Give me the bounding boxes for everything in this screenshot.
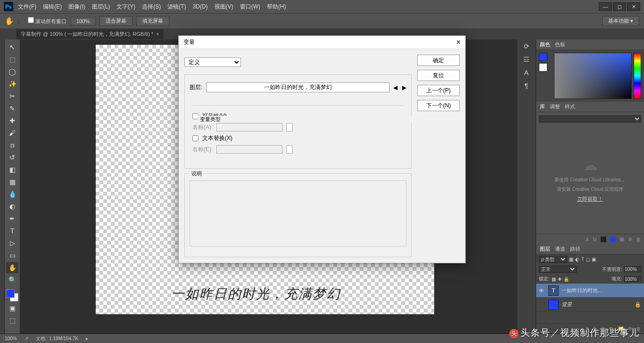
library-select[interactable]	[539, 115, 641, 122]
history-icon[interactable]: ⟳	[524, 42, 529, 50]
adjustments-tab[interactable]: 调整	[550, 103, 560, 110]
minimize-button[interactable]: —	[599, 2, 612, 11]
hand-tool[interactable]: ✋	[6, 262, 18, 273]
fg-swatch[interactable]	[539, 53, 547, 61]
next-button[interactable]: 下一个(N)	[417, 100, 460, 111]
status-zoom[interactable]: 100%	[5, 336, 17, 341]
get-now-link[interactable]: 立即获取！	[577, 196, 603, 203]
fill-screen-button[interactable]: 填充屏幕	[136, 16, 169, 26]
swatches-tab[interactable]: 色板	[555, 41, 565, 48]
definition-select[interactable]: 定义	[184, 57, 241, 67]
layer-filter-kind[interactable]: ρ 类型	[539, 256, 567, 263]
lib-sw-1[interactable]	[601, 237, 606, 242]
shape-tool[interactable]: ▭	[6, 250, 18, 261]
lock-all-icon[interactable]: 🔒	[563, 277, 569, 282]
scroll-all-checkbox[interactable]: 滚动所有窗口	[28, 17, 66, 25]
menu-image[interactable]: 图像(I)	[68, 3, 85, 11]
menu-window[interactable]: 窗口(W)	[240, 3, 260, 11]
channels-tab[interactable]: 通道	[555, 245, 565, 253]
color-tab[interactable]: 颜色	[540, 41, 550, 48]
stepper-e[interactable]	[286, 145, 293, 154]
stepper-a[interactable]	[286, 123, 293, 131]
prev-button[interactable]: 上一个(P)	[417, 85, 460, 96]
dodge-tool[interactable]: ◐	[6, 201, 18, 212]
document-tab[interactable]: 字幕制作 @ 100% ( 一如昨日的时光，充满梦幻, RGB/8) * ×	[16, 29, 164, 39]
menu-type[interactable]: 文字(Y)	[116, 3, 135, 11]
menu-file[interactable]: 文件(F)	[18, 3, 36, 11]
lib-icon-3[interactable]: ▦	[619, 236, 624, 242]
blur-tool[interactable]: 💧	[6, 188, 18, 200]
screenmode-tool[interactable]: ⬚	[6, 315, 18, 326]
color-swatch[interactable]	[6, 289, 18, 302]
healing-tool[interactable]: ✚	[6, 115, 18, 126]
bg-swatch[interactable]	[539, 63, 547, 72]
gradient-tool[interactable]: ▦	[6, 176, 18, 188]
menu-edit[interactable]: 编辑(E)	[43, 3, 62, 11]
filter-image-icon[interactable]: ▦	[569, 257, 573, 262]
lib-icon-2[interactable]: fx	[593, 237, 597, 242]
name-a-input[interactable]	[216, 123, 282, 131]
pen-tool[interactable]: ✒	[6, 213, 18, 224]
lasso-tool[interactable]: ◯	[6, 66, 18, 77]
fill-input[interactable]	[624, 276, 641, 282]
status-arrow-icon[interactable]: ▸	[86, 336, 88, 341]
layer-name[interactable]: 一如昨日的时光...	[561, 287, 641, 294]
filter-adjust-icon[interactable]: ◐	[575, 257, 579, 262]
properties-icon[interactable]: ☲	[523, 56, 529, 63]
layer-name[interactable]: 背景	[561, 301, 632, 308]
character-icon[interactable]: A	[524, 69, 528, 76]
text-replace-checkbox[interactable]	[192, 135, 198, 141]
crop-tool[interactable]: ✂	[6, 90, 18, 102]
layer-item[interactable]: 👁 T 一如昨日的时光...	[536, 284, 644, 298]
move-tool[interactable]: ↖	[6, 41, 18, 53]
dialog-close-icon[interactable]: ×	[456, 38, 461, 47]
brush-tool[interactable]: 🖌	[6, 127, 18, 139]
lib-trash-icon[interactable]: 🗑	[636, 237, 641, 242]
eyedropper-tool[interactable]: ✎	[6, 103, 18, 114]
color-picker-field[interactable]	[554, 53, 632, 99]
foreground-color[interactable]	[6, 289, 15, 298]
stamp-tool[interactable]: ⧈	[6, 139, 18, 151]
status-docsize[interactable]: 文档 : 1.19M/154.7K	[36, 335, 79, 342]
menu-layer[interactable]: 图层(L)	[92, 3, 110, 11]
paragraph-icon[interactable]: ¶	[525, 82, 528, 90]
type-tool[interactable]: T	[6, 225, 18, 237]
menu-help[interactable]: 帮助(H)	[267, 3, 286, 11]
fit-screen-button[interactable]: 适合屏幕	[99, 16, 132, 26]
filter-type-icon[interactable]: T	[581, 257, 584, 262]
layer-item[interactable]: 背景 🔒	[536, 298, 644, 312]
paths-tab[interactable]: 路径	[570, 245, 580, 253]
visibility-toggle[interactable]: 👁	[539, 288, 545, 294]
menu-filter[interactable]: 滤镜(T)	[167, 3, 186, 11]
library-tab[interactable]: 库	[540, 103, 545, 110]
filter-smart-icon[interactable]: ▣	[592, 257, 596, 262]
wand-tool[interactable]: ✨	[6, 78, 18, 90]
maximize-button[interactable]: ◻	[613, 2, 626, 11]
export-icon[interactable]: ↗	[25, 336, 28, 341]
close-button[interactable]: ✕	[627, 2, 640, 11]
zoom-button[interactable]: 100%	[70, 17, 96, 25]
hue-slider[interactable]	[634, 53, 641, 99]
opacity-input[interactable]	[624, 266, 641, 272]
menu-3d[interactable]: 3D(D)	[193, 3, 208, 10]
next-layer-icon[interactable]: ▶	[402, 84, 406, 91]
filter-shape-icon[interactable]: ◻	[586, 257, 590, 262]
workspace-button[interactable]: 基本功能 ▾	[602, 16, 639, 26]
reset-button[interactable]: 复位	[417, 70, 460, 81]
layer-select[interactable]: 一如昨日的时光，充满梦幻	[206, 82, 389, 92]
menu-select[interactable]: 选择(S)	[142, 3, 161, 11]
history-brush-tool[interactable]: ↺	[6, 152, 18, 163]
styles-tab[interactable]: 样式	[565, 103, 575, 110]
collapsed-panel[interactable]	[0, 40, 5, 334]
name-e-input[interactable]	[216, 145, 282, 154]
dialog-titlebar[interactable]: 变量 ×	[179, 36, 465, 49]
layers-tab[interactable]: 图层	[540, 245, 550, 253]
eraser-tool[interactable]: ◧	[6, 164, 18, 175]
blend-mode-select[interactable]: 正常	[539, 266, 577, 273]
ok-button[interactable]: 确定	[417, 55, 460, 66]
quickmask-tool[interactable]: ▣	[6, 302, 18, 314]
zoom-tool[interactable]: 🔍	[6, 274, 18, 286]
path-tool[interactable]: ▷	[6, 237, 18, 249]
lock-pixels-icon[interactable]: ▦	[552, 277, 556, 282]
tab-close-icon[interactable]: ×	[156, 32, 159, 37]
